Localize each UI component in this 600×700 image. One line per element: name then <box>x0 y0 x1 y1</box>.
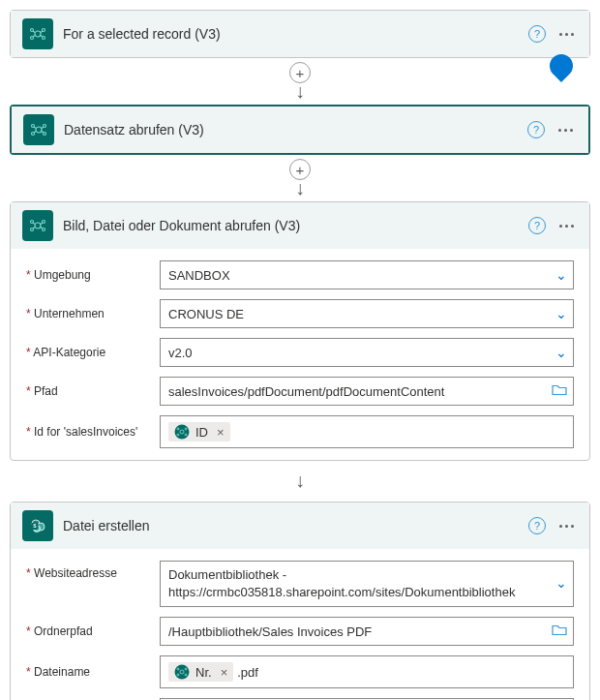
websiteadresse-select[interactable]: Dokumentbibliothek - https://crmbc035818… <box>160 561 574 607</box>
row-websiteadresse: * Websiteadresse Dokumentbibliothek - ht… <box>26 561 574 607</box>
sharepoint-connector-icon: S <box>22 510 53 541</box>
add-step-button[interactable]: + <box>289 62 311 83</box>
token-label: Nr. <box>195 665 212 680</box>
bc-connector-icon <box>22 210 53 241</box>
more-icon[interactable] <box>555 221 578 231</box>
help-icon[interactable]: ? <box>528 217 546 234</box>
label: * Id for 'salesInvoices' <box>26 425 152 439</box>
id-input[interactable]: ID × <box>160 415 574 448</box>
step-header[interactable]: For a selected record (V3) ? <box>11 11 589 57</box>
arrow-down-icon: ↓ <box>295 178 305 198</box>
chevron-down-icon[interactable]: ⌄ <box>555 306 567 321</box>
field-value: /Hauptbibliothek/Sales Invoices PDF <box>168 624 372 639</box>
token-chip[interactable]: ID × <box>168 422 230 441</box>
more-icon[interactable] <box>555 29 578 40</box>
bc-connector-icon <box>22 18 53 49</box>
api-kategorie-select[interactable]: v2.0 ⌄ <box>160 338 574 367</box>
step-datensatz-abrufen[interactable]: Datensatz abrufen (V3) ? <box>10 105 590 155</box>
folder-picker-icon[interactable] <box>552 624 567 640</box>
connector: ↓ <box>10 461 590 502</box>
svg-line-24 <box>41 223 43 225</box>
label: * Websiteadresse <box>26 561 152 580</box>
step-header[interactable]: S Datei erstellen ? <box>11 502 589 549</box>
step-title: Bild, Datei oder Dokument abrufen (V3) <box>63 218 519 233</box>
step-title: For a selected record (V3) <box>63 26 519 42</box>
field-value: SANDBOX <box>168 268 230 283</box>
connector: + ↓ <box>10 58 590 105</box>
label: * Pfad <box>26 384 152 398</box>
unternehmen-select[interactable]: CRONUS DE ⌄ <box>160 299 574 328</box>
svg-line-23 <box>33 223 35 225</box>
svg-point-18 <box>35 223 41 228</box>
chevron-down-icon[interactable]: ⌄ <box>555 574 567 593</box>
help-icon[interactable]: ? <box>527 121 545 138</box>
svg-line-5 <box>33 31 35 33</box>
step-body: * Websiteadresse Dokumentbibliothek - ht… <box>11 549 589 700</box>
label: * Umgebung <box>26 268 152 282</box>
row-dateiname: * Dateiname Nr. × .pdf <box>26 655 574 688</box>
row-ordnerpfad: * Ordnerpfad /Hauptbibliothek/Sales Invo… <box>26 617 574 646</box>
token-label: ID <box>195 425 208 440</box>
field-value: CRONUS DE <box>168 307 244 321</box>
row-pfad: * Pfad salesInvoices/pdfDocument/pdfDocu… <box>26 377 574 406</box>
token-chip[interactable]: Nr. × <box>168 662 233 682</box>
add-step-button[interactable]: + <box>289 159 311 180</box>
step-bild-datei-abrufen[interactable]: Bild, Datei oder Dokument abrufen (V3) ?… <box>10 201 590 461</box>
svg-line-7 <box>33 36 35 38</box>
bc-connector-icon <box>23 114 54 145</box>
arrow-down-icon: ↓ <box>295 81 305 101</box>
step-body: * Umgebung SANDBOX ⌄ * Unternehmen CRONU… <box>11 249 589 460</box>
svg-point-27 <box>175 425 190 440</box>
svg-line-17 <box>42 132 44 134</box>
step-datei-erstellen[interactable]: S Datei erstellen ? * Websiteadresse Dok… <box>10 502 590 700</box>
step-title: Datei erstellen <box>63 518 519 533</box>
label: * Ordnerpfad <box>26 624 152 638</box>
svg-line-25 <box>33 228 35 229</box>
more-icon[interactable] <box>555 521 578 532</box>
dateiname-input[interactable]: Nr. × .pdf <box>160 655 574 688</box>
row-unternehmen: * Unternehmen CRONUS DE ⌄ <box>26 299 574 328</box>
bc-token-icon <box>174 664 190 680</box>
svg-line-6 <box>41 31 43 33</box>
svg-line-16 <box>34 132 36 134</box>
bc-token-icon <box>174 424 190 440</box>
field-value-line2: https://crmbc035818.sharepoint.com/sites… <box>168 585 515 599</box>
connector: + ↓ <box>10 155 590 201</box>
help-icon[interactable]: ? <box>528 25 546 43</box>
svg-point-9 <box>36 127 42 133</box>
step-title: Datensatz abrufen (V3) <box>64 122 518 137</box>
arrow-down-icon: ↓ <box>295 471 305 490</box>
svg-point-0 <box>35 31 41 37</box>
label: * Unternehmen <box>26 307 152 320</box>
help-icon[interactable]: ? <box>528 517 546 534</box>
chevron-down-icon[interactable]: ⌄ <box>555 345 567 360</box>
step-header[interactable]: Datensatz abrufen (V3) ? <box>12 107 588 153</box>
remove-token-icon[interactable]: × <box>221 665 228 680</box>
field-value-line1: Dokumentbibliothek - <box>168 567 286 582</box>
svg-line-15 <box>42 127 44 129</box>
row-umgebung: * Umgebung SANDBOX ⌄ <box>26 260 574 289</box>
step-header[interactable]: Bild, Datei oder Dokument abrufen (V3) ? <box>11 202 589 249</box>
svg-line-14 <box>34 127 36 129</box>
more-icon[interactable] <box>555 125 577 136</box>
folder-picker-icon[interactable] <box>552 383 567 400</box>
field-value: salesInvoices/pdfDocument/pdfDocumentCon… <box>168 384 444 399</box>
filename-suffix: .pdf <box>237 665 258 680</box>
svg-point-38 <box>175 665 190 680</box>
remove-token-icon[interactable]: × <box>217 425 225 440</box>
row-api-kategorie: * API-Kategorie v2.0 ⌄ <box>26 338 574 367</box>
svg-line-26 <box>41 228 43 229</box>
umgebung-select[interactable]: SANDBOX ⌄ <box>160 260 574 289</box>
row-id-salesinvoices: * Id for 'salesInvoices' ID × <box>26 415 574 448</box>
field-value: v2.0 <box>168 346 193 360</box>
label: * API-Kategorie <box>26 346 152 359</box>
step-for-selected-record[interactable]: For a selected record (V3) ? <box>10 10 590 58</box>
chevron-down-icon[interactable]: ⌄ <box>555 267 567 283</box>
pfad-input[interactable]: salesInvoices/pdfDocument/pdfDocumentCon… <box>160 377 574 406</box>
ordnerpfad-input[interactable]: /Hauptbibliothek/Sales Invoices PDF <box>160 617 574 646</box>
svg-line-8 <box>41 36 43 38</box>
label: * Dateiname <box>26 665 152 679</box>
